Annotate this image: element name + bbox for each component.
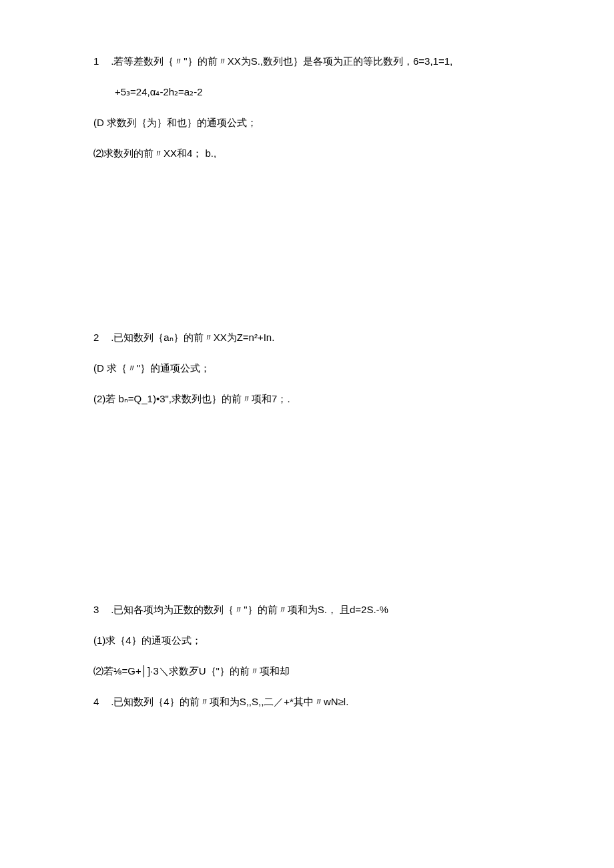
q4-number: 4 [93, 694, 108, 710]
q1-line1: 1 .若等差数列｛〃"｝的前〃XX为S.,数列也｝是各项为正的等比数列，6=3,… [93, 53, 534, 69]
q3-part1: (1)求｛4｝的通项公式； [93, 632, 534, 648]
spacer-2 [93, 422, 534, 602]
q1-part1: (D 求数列｛为｝和也｝的通项公式； [93, 115, 534, 131]
q4-line1-text: .已知数列｛4｝的前〃项和为S,,S,,二／+*其中〃wN≥l. [108, 696, 348, 707]
q3-line1: 3 .已知各项均为正数的数列｛〃"｝的前〃项和为S.， 且d=2S.-% [93, 602, 534, 618]
q2-part1: (D 求｛〃"｝的通项公式； [93, 360, 534, 376]
q1-line2-text: +5₃=24,α₄-2h₂=a₂-2 [115, 86, 203, 97]
q3-part2: ⑵若⅛=G+│]·3＼求数歹U｛"｝的前〃项和却 [93, 663, 534, 679]
q1-line2: +5₃=24,α₄-2h₂=a₂-2 [93, 84, 534, 100]
q4-line1: 4 .已知数列｛4｝的前〃项和为S,,S,,二／+*其中〃wN≥l. [93, 694, 534, 710]
q1-line1-text: .若等差数列｛〃"｝的前〃XX为S.,数列也｝是各项为正的等比数列，6=3,1=… [108, 55, 452, 67]
q3-number: 3 [93, 602, 108, 618]
q3-line1-text: .已知各项均为正数的数列｛〃"｝的前〃项和为S.， 且d=2S.-% [108, 604, 388, 615]
q2-part2: (2)若 bₙ=Q_1)•3",求数列也｝的前〃项和7；. [93, 391, 534, 407]
q2-line1: 2 .已知数列｛aₙ｝的前〃XX为Z=n²+In. [93, 330, 534, 346]
q1-number: 1 [93, 53, 108, 69]
q2-number: 2 [93, 330, 108, 346]
q1-part2: ⑵求数列的前〃XX和4； b., [93, 145, 534, 161]
spacer-1 [93, 176, 534, 330]
q2-line1-text: .已知数列｛aₙ｝的前〃XX为Z=n²+In. [108, 332, 274, 343]
document-page: 1 .若等差数列｛〃"｝的前〃XX为S.,数列也｝是各项为正的等比数列，6=3,… [0, 0, 614, 778]
